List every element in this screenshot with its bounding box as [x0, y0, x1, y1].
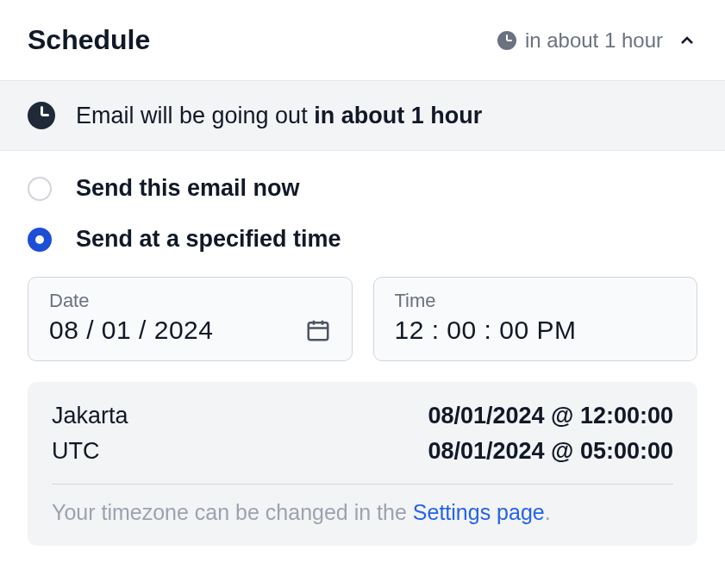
header-right: in about 1 hour	[497, 28, 697, 53]
timezone-note-suffix: .	[545, 500, 551, 524]
divider	[52, 484, 673, 485]
header: Schedule in about 1 hour	[0, 0, 725, 80]
page-title: Schedule	[28, 24, 150, 56]
banner-text-prefix: Email will be going out	[76, 103, 314, 128]
date-value-row: 08 / 01 / 2024	[49, 316, 331, 345]
svg-rect-0	[308, 322, 328, 340]
send-scheduled-option[interactable]: Send at a specified time	[28, 226, 697, 253]
time-value: 12 : 00 : 00 PM	[395, 316, 577, 345]
date-input[interactable]: Date 08 / 01 / 2024	[28, 277, 353, 361]
clock-icon	[497, 31, 516, 50]
schedule-panel: Schedule in about 1 hour Email will be g…	[0, 0, 725, 546]
timezone-note-prefix: Your timezone can be changed in the	[52, 500, 413, 524]
timezone-row: Jakarta 08/01/2024 @ 12:00:00	[52, 403, 673, 429]
collapse-button[interactable]	[677, 30, 697, 51]
time-value-row: 12 : 00 : 00 PM	[395, 316, 677, 345]
header-status-text: in about 1 hour	[525, 28, 663, 53]
timezone-box: Jakarta 08/01/2024 @ 12:00:00 UTC 08/01/…	[28, 382, 697, 546]
clock-icon	[28, 102, 55, 129]
schedule-banner: Email will be going out in about 1 hour	[0, 80, 725, 151]
timezone-value: 08/01/2024 @ 05:00:00	[428, 438, 673, 465]
send-scheduled-label: Send at a specified time	[76, 226, 341, 253]
chevron-up-icon	[677, 30, 697, 51]
banner-text: Email will be going out in about 1 hour	[76, 103, 482, 129]
time-label: Time	[395, 290, 677, 312]
header-status: in about 1 hour	[497, 28, 663, 53]
radio-unchecked-icon	[28, 177, 52, 201]
timezone-label: Jakarta	[52, 403, 128, 429]
timezone-label: UTC	[52, 438, 100, 465]
date-value: 08 / 01 / 2024	[49, 316, 214, 345]
schedule-options: Send this email now Send at a specified …	[0, 151, 725, 253]
timezone-row: UTC 08/01/2024 @ 05:00:00	[52, 438, 673, 465]
datetime-inputs: Date 08 / 01 / 2024 Time 12 : 00 : 00 PM	[0, 277, 725, 361]
calendar-icon	[305, 317, 331, 343]
settings-link[interactable]: Settings page	[413, 500, 545, 524]
send-now-option[interactable]: Send this email now	[28, 175, 697, 202]
radio-checked-icon	[28, 228, 52, 252]
timezone-note: Your timezone can be changed in the Sett…	[52, 500, 673, 525]
send-now-label: Send this email now	[76, 175, 300, 202]
time-input[interactable]: Time 12 : 00 : 00 PM	[373, 277, 698, 361]
date-label: Date	[49, 290, 331, 312]
timezone-value: 08/01/2024 @ 12:00:00	[428, 403, 673, 429]
banner-text-strong: in about 1 hour	[314, 103, 482, 128]
